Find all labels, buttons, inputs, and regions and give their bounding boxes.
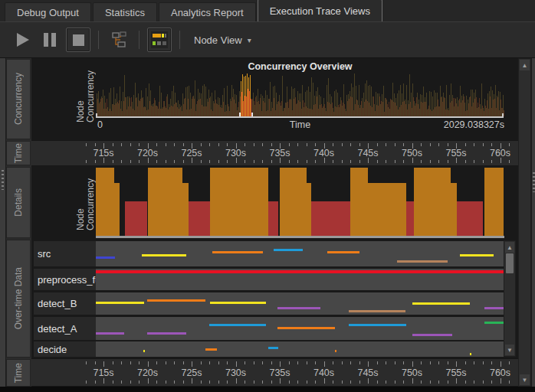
graph-tree-button[interactable] (107, 28, 131, 52)
time-tick-label: 760s (490, 368, 510, 378)
ruler-tick (262, 160, 263, 163)
trace-segment[interactable] (484, 307, 504, 309)
trace-segment[interactable] (96, 256, 115, 259)
ruler-tick (438, 143, 439, 146)
trace-segment[interactable] (96, 270, 504, 273)
time-tick-label: 745s (357, 148, 378, 158)
ruler-tick (491, 381, 492, 384)
trace-segment[interactable] (277, 307, 320, 309)
trace-segment[interactable] (268, 347, 278, 349)
trace-segment[interactable] (327, 251, 359, 253)
trace-segment[interactable] (209, 324, 266, 326)
row-timeline[interactable] (96, 241, 504, 266)
detail-bar (457, 201, 483, 236)
ruler-tick (509, 143, 510, 146)
trace-segment[interactable] (349, 310, 405, 312)
ruler-tick (192, 378, 192, 384)
ruler-tick (324, 378, 325, 384)
row-label[interactable]: detect_A (34, 317, 96, 340)
row-timeline[interactable] (96, 292, 504, 315)
row-timeline[interactable] (96, 317, 504, 340)
ruler-tick (297, 143, 298, 146)
ruler-tick (271, 143, 272, 146)
play-button[interactable] (9, 28, 34, 52)
ruler-tick (324, 158, 325, 163)
ruler-tick (483, 160, 484, 163)
detail-bar (350, 168, 368, 236)
trace-segment[interactable] (412, 334, 452, 336)
view-mode-dropdown[interactable]: Node View ▾ (194, 34, 251, 46)
overview-chart[interactable] (97, 73, 504, 116)
tab-debug-output[interactable]: Debug Output (5, 2, 91, 21)
trace-segment[interactable] (460, 254, 494, 256)
trace-segment[interactable] (470, 353, 471, 355)
trace-segment[interactable] (96, 332, 124, 335)
scroll-down-button[interactable]: ▼ (505, 345, 514, 355)
tab-analytics-report[interactable]: Analytics Report (159, 2, 256, 21)
tab-statistics[interactable]: Statistics (93, 2, 157, 21)
time-tick-label: 755s (445, 368, 466, 378)
trace-segment[interactable] (274, 249, 303, 251)
time-ruler-bottom[interactable]: 715s720s725s730s735s740s745s750s755s760s (31, 358, 518, 387)
right-splitter[interactable] (531, 58, 535, 387)
ruler-tick (174, 361, 175, 364)
stop-button[interactable] (66, 28, 90, 52)
timeline-view-button[interactable] (147, 28, 172, 52)
pause-button[interactable] (38, 28, 62, 52)
ruler-tick (209, 361, 210, 364)
ruler-tick (509, 361, 510, 364)
scroll-up-button[interactable]: ▲ (505, 242, 514, 253)
time-tick-label: 715s (93, 368, 113, 378)
ruler-tick (280, 158, 281, 163)
row-label[interactable]: detect_B (34, 292, 96, 315)
trace-segment[interactable] (397, 260, 448, 263)
row-timeline[interactable] (96, 269, 504, 290)
section-label-concurrency: Concurrency (6, 59, 31, 139)
ruler-tick (280, 361, 281, 367)
ruler-tick (491, 160, 492, 163)
scrollbar-thumb[interactable] (506, 253, 514, 273)
trace-row-detect_B: detect_B (34, 292, 517, 315)
panel-scrollbar[interactable]: ▲ ▼ (518, 58, 531, 387)
details-chart[interactable] (31, 166, 518, 239)
overtime-scrollbar[interactable]: ▲ ▼ (504, 240, 516, 357)
ruler-tick (465, 143, 466, 146)
row-label[interactable]: preprocess_fu (34, 269, 96, 290)
ruler-tick (166, 160, 166, 163)
time-ruler-top[interactable]: 715s720s725s730s735s740s745s750s755s760s (31, 140, 518, 166)
ruler-tick (227, 160, 228, 163)
trace-segment[interactable] (142, 254, 186, 256)
ruler-tick (342, 160, 343, 163)
trace-segment[interactable] (277, 327, 335, 329)
section-label-overtime-data: Over-time Data (6, 240, 31, 358)
splitter-grip[interactable] (2, 170, 4, 190)
time-tick-label: 715s (93, 148, 113, 158)
trace-segment[interactable] (147, 332, 186, 335)
ruler-tick (95, 160, 96, 163)
left-splitter[interactable] (0, 58, 6, 387)
execution-trace-window: Debug Output Statistics Analytics Report… (0, 0, 535, 392)
trace-segment[interactable] (335, 350, 336, 352)
ruler-tick (509, 160, 510, 163)
ruler-tick (121, 160, 122, 163)
scroll-up-button[interactable]: ▲ (520, 60, 530, 70)
ruler-tick (95, 361, 96, 364)
ruler-tick (359, 143, 360, 146)
trace-segment[interactable] (212, 251, 263, 253)
scroll-down-button[interactable]: ▼ (520, 374, 530, 385)
row-label[interactable]: src (34, 241, 96, 266)
trace-segment[interactable] (96, 302, 144, 304)
trace-segment[interactable] (349, 324, 406, 326)
trace-segment[interactable] (147, 299, 205, 302)
trace-segment[interactable] (484, 322, 504, 324)
trace-segment[interactable] (210, 302, 266, 304)
ruler-tick (86, 160, 87, 163)
row-timeline[interactable] (96, 341, 504, 357)
trace-segment[interactable] (143, 350, 145, 352)
trace-segment[interactable] (412, 302, 470, 305)
trace-segment[interactable] (205, 348, 217, 351)
tab-execution-trace-views[interactable]: Execution Trace Views (258, 0, 382, 21)
row-label[interactable]: decide (34, 341, 96, 357)
ruler-tick (130, 381, 131, 384)
detail-bar (451, 183, 457, 236)
